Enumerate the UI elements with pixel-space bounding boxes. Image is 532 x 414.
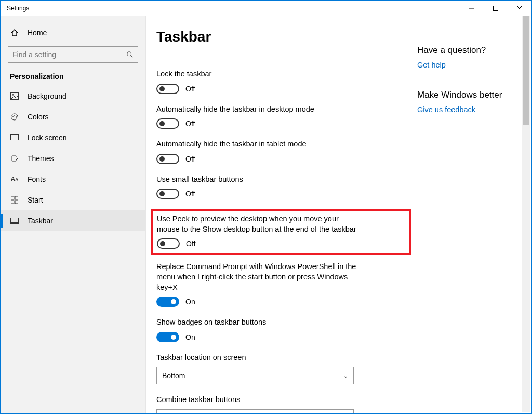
toggle-powershell[interactable] [156, 297, 179, 307]
setting-label: Replace Command Prompt with Windows Powe… [156, 262, 359, 292]
toggle-state: On [185, 333, 195, 341]
svg-point-7 [12, 95, 14, 96]
themes-icon [10, 154, 19, 163]
chevron-down-icon: ⌄ [343, 372, 348, 379]
sidebar-item-label: Themes [28, 154, 54, 163]
taskbar-icon [10, 218, 19, 224]
close-button[interactable] [508, 1, 531, 16]
svg-point-8 [12, 116, 14, 117]
sidebar: Home Personalization Background Color [1, 16, 146, 413]
setting-label: Taskbar location on screen [156, 353, 359, 363]
svg-rect-13 [11, 196, 14, 199]
search-icon [122, 51, 138, 58]
sidebar-item-lock-screen[interactable]: Lock screen [1, 127, 145, 148]
sidebar-category: Personalization [1, 70, 145, 86]
nav-home[interactable]: Home [1, 21, 145, 44]
svg-point-10 [16, 116, 17, 117]
setting-small-buttons: Use small taskbar buttons Off [156, 175, 359, 199]
setting-label: Automatically hide the taskbar in deskto… [156, 104, 359, 115]
setting-label: Combine taskbar buttons [156, 395, 359, 405]
svg-rect-11 [11, 135, 19, 140]
toggle-badges[interactable] [156, 332, 179, 342]
toggle-state: Off [185, 85, 195, 93]
right-panel: Have a question? Get help Make Windows b… [417, 16, 531, 413]
palette-icon [10, 113, 19, 121]
setting-label: Automatically hide the taskbar in tablet… [156, 139, 359, 150]
select-taskbar-location[interactable]: Bottom ⌄ [156, 367, 354, 384]
help-heading: Have a question? [417, 45, 521, 56]
svg-rect-18 [11, 222, 19, 224]
feedback-heading: Make Windows better [417, 90, 521, 100]
setting-lock-taskbar: Lock the taskbar Off [156, 69, 359, 94]
highlighted-setting: Use Peek to preview the desktop when you… [151, 209, 411, 255]
sidebar-item-label: Taskbar [28, 217, 53, 225]
sidebar-item-label: Background [28, 92, 66, 100]
toggle-lock-taskbar[interactable] [156, 84, 179, 94]
nav-home-label: Home [28, 29, 47, 37]
scrollbar-thumb[interactable] [523, 16, 529, 125]
sidebar-item-fonts[interactable]: AA Fonts [1, 169, 145, 190]
toggle-state: Off [185, 190, 195, 198]
sidebar-item-label: Colors [28, 113, 48, 121]
window-title: Settings [7, 5, 29, 12]
sidebar-item-colors[interactable]: Colors [1, 106, 145, 127]
setting-badges: Show badges on taskbar buttons On [156, 317, 359, 342]
toggle-state: On [185, 298, 195, 306]
select-value: Bottom [162, 371, 185, 380]
start-icon [10, 196, 19, 204]
sidebar-item-label: Fonts [28, 175, 46, 183]
toggle-autohide-tablet[interactable] [156, 154, 179, 164]
setting-label: Show badges on taskbar buttons [156, 317, 359, 328]
link-give-feedback[interactable]: Give us feedback [417, 105, 475, 114]
svg-rect-16 [15, 201, 18, 204]
toggle-state: Off [185, 155, 195, 163]
setting-autohide-desktop: Automatically hide the taskbar in deskto… [156, 104, 359, 129]
lock-screen-icon [10, 134, 19, 141]
setting-label: Use small taskbar buttons [156, 175, 359, 185]
sidebar-item-start[interactable]: Start [1, 190, 145, 210]
toggle-state: Off [186, 239, 195, 248]
fonts-icon: AA [10, 176, 19, 183]
vertical-scrollbar[interactable] [522, 16, 530, 412]
setting-label: Lock the taskbar [156, 69, 359, 79]
select-combine-buttons[interactable]: Always, hide labels ⌄ [156, 409, 354, 413]
sidebar-item-background[interactable]: Background [1, 86, 145, 106]
toggle-peek[interactable] [157, 238, 180, 249]
content-area: Taskbar Lock the taskbar Off Automatical… [146, 16, 417, 413]
sidebar-item-label: Lock screen [28, 133, 66, 142]
sidebar-item-themes[interactable]: Themes [1, 148, 145, 169]
minimize-button[interactable] [460, 1, 484, 16]
setting-taskbar-location: Taskbar location on screen Bottom ⌄ [156, 353, 359, 385]
setting-label: Use Peek to preview the desktop when you… [157, 214, 360, 234]
svg-rect-15 [11, 201, 14, 204]
search-box[interactable] [8, 46, 138, 63]
link-get-help[interactable]: Get help [417, 61, 446, 69]
toggle-autohide-desktop[interactable] [156, 118, 179, 129]
toggle-state: Off [185, 119, 195, 128]
toggle-small-buttons[interactable] [156, 189, 179, 199]
setting-peek: Use Peek to preview the desktop when you… [157, 214, 360, 249]
search-input[interactable] [8, 50, 122, 59]
page-title: Taskbar [156, 29, 407, 45]
svg-rect-1 [494, 6, 498, 11]
setting-autohide-tablet: Automatically hide the taskbar in tablet… [156, 139, 359, 164]
svg-point-9 [14, 115, 15, 116]
home-icon [10, 29, 19, 37]
maximize-button[interactable] [484, 1, 508, 16]
svg-line-5 [131, 56, 133, 58]
sidebar-item-taskbar[interactable]: Taskbar [1, 210, 145, 231]
title-bar: Settings [1, 1, 531, 16]
settings-window: Settings Home Person [0, 0, 532, 414]
svg-point-4 [127, 52, 131, 56]
setting-combine-buttons: Combine taskbar buttons Always, hide lab… [156, 395, 359, 413]
svg-rect-14 [15, 196, 18, 199]
picture-icon [10, 92, 19, 100]
sidebar-item-label: Start [28, 196, 43, 204]
setting-powershell: Replace Command Prompt with Windows Powe… [156, 262, 359, 307]
